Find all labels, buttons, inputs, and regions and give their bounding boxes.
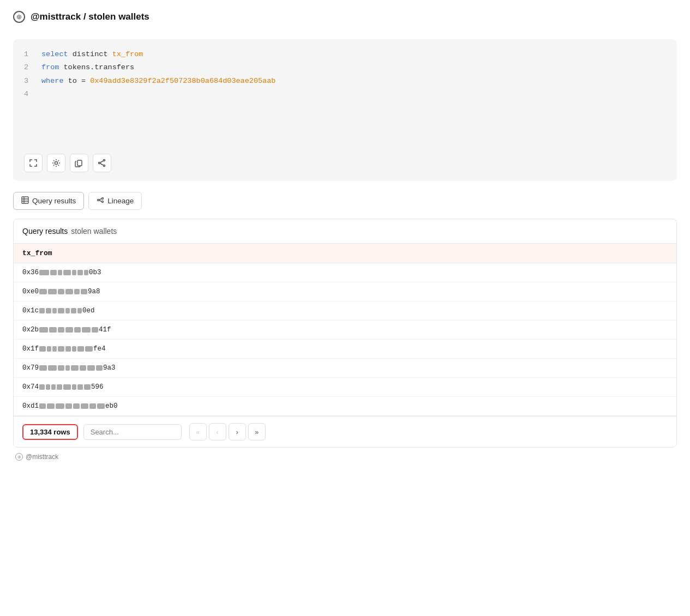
code-line-4: 4 [24,88,666,101]
code-line-2: 2 from tokens.transfers [24,61,666,74]
share-button[interactable] [93,154,111,172]
page-title: @misttrack / stolen wallets [31,11,149,22]
code-line-3: 3 where to = 0x49add3e8329f2a2f507238b0a… [24,75,666,88]
tab-query-results[interactable]: Query results [13,192,84,210]
code-line-3-text: where to = 0x49add3e8329f2a2f507238b0a68… [41,75,275,88]
column-tx-from: tx_from [14,244,676,263]
header-icon: ⊕ [13,11,25,23]
svg-point-0 [55,162,58,165]
pagination-next[interactable]: › [229,423,246,440]
pagination-last[interactable]: » [248,423,266,440]
svg-point-7 [102,198,104,200]
code-line-4-text [41,88,46,101]
svg-rect-5 [22,197,28,203]
table-header-row: tx_from [14,244,676,263]
line-num-3: 3 [24,75,31,88]
pagination-prev[interactable]: ‹ [209,423,226,440]
svg-point-6 [98,200,99,201]
table-row: 0x1c0ed [14,301,676,321]
result-tabs: Query results Lineage [13,192,677,210]
plus-icon: ⊕ [16,13,22,21]
results-header-label: Query results [22,227,68,235]
table-row: 0x360b3 [14,263,676,282]
page-footer: ⊕ @misttrack [13,448,677,461]
tab-lineage-label: Lineage [107,197,134,205]
results-panel-header: Query results stolen wallets [14,219,676,244]
row-count-badge: 13,334 rows [22,424,78,440]
cell-tx-from: 0xe09a8 [14,282,676,301]
code-line-1-text: select distinct tx_from [41,48,143,61]
expand-button[interactable] [24,154,43,172]
tab-query-results-label: Query results [32,197,76,205]
svg-point-4 [104,165,105,167]
results-table: tx_from 0x360b30xe09a80x1c0ed0x2b41f0x1f… [14,244,676,416]
svg-point-2 [104,160,105,161]
search-input[interactable] [83,424,182,440]
settings-button[interactable] [47,154,65,172]
footer-icon: ⊕ [15,453,23,461]
cell-tx-from: 0x74596 [14,378,676,397]
footer-credit: @misttrack [26,453,58,461]
tab-lineage[interactable]: Lineage [88,192,142,210]
code-line-2-text: from tokens.transfers [41,61,134,74]
pagination-controls: « ‹ › » [189,423,266,440]
cell-tx-from: 0x1ffe4 [14,340,676,359]
lineage-icon [97,196,104,206]
line-num-1: 1 [24,48,31,61]
clipboard-button[interactable] [70,154,88,172]
table-row: 0x74596 [14,378,676,397]
cell-tx-from: 0xd1eb0 [14,397,676,416]
cell-tx-from: 0x360b3 [14,263,676,282]
page-header: ⊕ @misttrack / stolen wallets [13,11,677,28]
svg-point-3 [99,162,100,164]
cell-tx-from: 0x799a3 [14,359,676,378]
line-num-4: 4 [24,88,31,101]
results-panel: Query results stolen wallets tx_from 0x3… [13,219,677,448]
table-row: 0x2b41f [14,321,676,340]
line-num-2: 2 [24,61,31,74]
editor-toolbar [24,154,111,172]
cell-tx-from: 0x1c0ed [14,301,676,321]
code-block: 1 select distinct tx_from 2 from tokens.… [24,48,666,101]
results-subtitle: stolen wallets [71,227,117,235]
table-icon [21,196,29,206]
code-editor[interactable]: 1 select distinct tx_from 2 from tokens.… [13,39,677,181]
svg-rect-1 [77,160,82,166]
table-row: 0xd1eb0 [14,397,676,416]
table-row: 0x799a3 [14,359,676,378]
table-row: 0xe09a8 [14,282,676,301]
cell-tx-from: 0x2b41f [14,321,676,340]
pagination-first[interactable]: « [189,423,207,440]
results-footer: 13,334 rows « ‹ › » [14,416,676,447]
code-line-1: 1 select distinct tx_from [24,48,666,61]
svg-point-8 [102,201,104,203]
table-row: 0x1ffe4 [14,340,676,359]
